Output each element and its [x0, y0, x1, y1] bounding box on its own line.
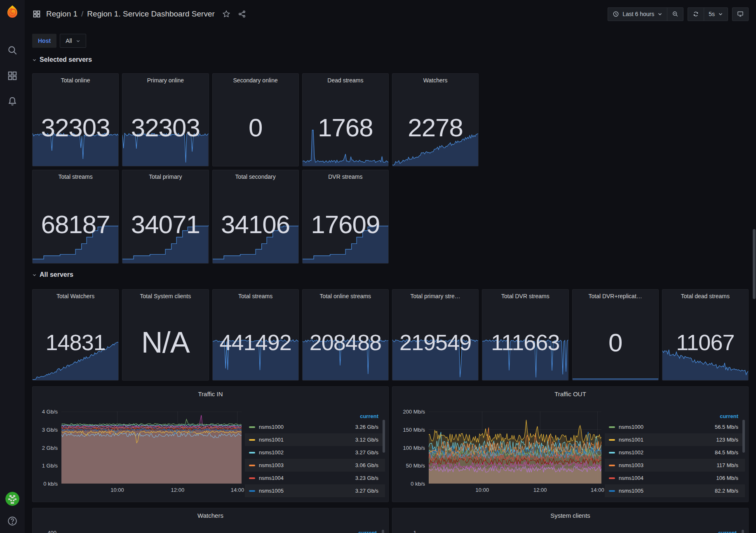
legend-scrollbar[interactable] — [383, 420, 385, 453]
kiosk-mode-button[interactable] — [733, 8, 748, 21]
panel-title[interactable]: Total streams — [33, 170, 118, 180]
traffic-out-legend: current nsms100056.5 Mb/s nsms1001123 Mb… — [605, 412, 745, 500]
stat-value: 32303 — [33, 112, 118, 142]
panel-title[interactable]: Total primary stre… — [392, 290, 478, 299]
grafana-logo-icon[interactable] — [5, 5, 20, 19]
legend-item[interactable]: nsms100056.5 Mb/s — [605, 421, 745, 433]
legend-item[interactable]: nsms10023.27 Gb/s — [245, 446, 385, 459]
series-current-value: 3.26 Gb/s — [355, 424, 378, 430]
row-toggle-selected-servers[interactable]: Selected servers — [32, 55, 749, 64]
series-color-swatch — [609, 465, 615, 466]
panel-title[interactable]: Traffic OUT — [392, 387, 748, 397]
refresh-interval-picker[interactable]: 5s — [704, 8, 728, 21]
legend-item[interactable]: nsms10053.27 Gb/s — [245, 484, 385, 497]
series-color-swatch — [249, 426, 255, 428]
share-icon[interactable] — [238, 10, 246, 18]
stat-panel-total-primary: Total primary 34071 — [122, 170, 209, 264]
legend-item[interactable]: nsms10003.26 Gb/s — [245, 421, 385, 433]
legend-item[interactable]: nsms1001123 Mb/s — [605, 433, 745, 446]
legend-item[interactable]: nsms10043.23 Gb/s — [245, 472, 385, 484]
panel-title[interactable]: Total DVR streams — [482, 290, 568, 299]
time-range-picker[interactable]: Last 6 hours — [608, 8, 667, 21]
refresh-button[interactable] — [688, 8, 704, 21]
panel-title[interactable]: Secondary online — [213, 74, 298, 84]
alerting-bell-icon[interactable] — [7, 96, 18, 107]
legend-item[interactable]: nsms1004106 Mb/s — [605, 472, 745, 484]
section-title: Selected servers — [40, 56, 92, 63]
legend-item[interactable]: nsms100284.5 Mb/s — [605, 446, 745, 459]
traffic-out-chart[interactable] — [429, 411, 601, 484]
legend-item[interactable]: nsms1003117 Mb/s — [605, 459, 745, 472]
section-title: All servers — [40, 271, 73, 278]
breadcrumb-folder[interactable]: Region 1 — [46, 9, 77, 19]
panel-title[interactable]: Dead streams — [303, 74, 388, 84]
dashboards-icon[interactable] — [7, 70, 18, 81]
panel-title[interactable]: System clients — [392, 508, 748, 519]
chevron-down-icon — [32, 58, 37, 62]
main-content: Region 1 / Region 1. Service Dashboard S… — [25, 0, 756, 533]
panel-title[interactable]: Total primary — [122, 170, 208, 180]
panel-title[interactable]: Total online streams — [303, 290, 388, 299]
stat-panel-all-total-streams: Total streams 441492 — [212, 289, 299, 381]
legend-item[interactable]: nsms10033.06 Gb/s — [245, 459, 385, 472]
bottom-charts-row: Watchers 400 current System clients 1 cu… — [32, 508, 749, 533]
series-name: nsms1000 — [259, 424, 284, 430]
legend-item[interactable]: nsms100582.2 Mb/s — [605, 484, 745, 497]
x-tick: 14:00 — [231, 487, 244, 493]
x-tick: 10:00 — [110, 487, 124, 493]
traffic-out-plot: 200 Mb/s 150 Mb/s 100 Mb/s 50 Mb/s 0 kb/… — [429, 411, 601, 484]
chevron-down-icon — [718, 12, 723, 16]
legend-column-current[interactable]: current — [358, 530, 377, 533]
series-name: nsms1000 — [619, 424, 643, 430]
help-icon[interactable] — [7, 516, 18, 526]
row-toggle-all-servers[interactable]: All servers — [32, 270, 749, 279]
series-current-value: 84.5 Mb/s — [715, 449, 738, 456]
legend-scrollbar[interactable] — [742, 530, 744, 533]
panel-title[interactable]: Watchers — [392, 74, 478, 84]
stat-panel-primary-online: Primary online 32303 — [122, 73, 209, 166]
sidebar — [0, 0, 25, 533]
user-avatar[interactable] — [5, 492, 19, 506]
stat-panel-total-dead-streams: Total dead streams 11067 — [662, 289, 749, 381]
legend-column-current[interactable]: current — [605, 412, 745, 421]
panel-title[interactable]: Total DVR+replicat… — [573, 290, 658, 299]
y-tick: 4 Gb/s — [42, 409, 58, 415]
series-name: nsms1001 — [619, 437, 643, 443]
panel-title[interactable]: Total secondary — [213, 170, 298, 180]
y-tick: 3 Gb/s — [42, 426, 58, 432]
panel-title[interactable]: Primary online — [122, 74, 208, 84]
traffic-in-chart[interactable] — [61, 411, 242, 484]
y-tick: 200 Mb/s — [403, 409, 425, 415]
panel-title[interactable]: Total Watchers — [33, 290, 118, 299]
traffic-charts-row: Traffic IN 4 Gb/s 3 Gb/s 2 Gb/s 1 Gb/s 0… — [32, 386, 749, 502]
panel-title[interactable]: Total streams — [213, 290, 298, 299]
panel-title[interactable]: Total System clients — [122, 290, 208, 299]
legend-rows: nsms10003.26 Gb/s nsms10013.12 Gb/s nsms… — [245, 421, 385, 497]
legend-column-current[interactable]: current — [245, 412, 385, 421]
breadcrumb-dashboard-title[interactable]: Region 1. Service Dashboard Server — [87, 9, 214, 19]
panel-title[interactable]: Watchers — [33, 508, 388, 519]
star-icon[interactable] — [222, 10, 230, 18]
y-tick: 50 Mb/s — [406, 463, 425, 469]
legend-scrollbar[interactable] — [742, 420, 745, 453]
stat-value: 219549 — [392, 330, 478, 355]
stat-value: 111663 — [482, 330, 568, 355]
panel-title[interactable]: Total online — [33, 74, 118, 84]
series-name: nsms1003 — [259, 462, 284, 468]
search-icon[interactable] — [7, 45, 18, 56]
x-tick: 14:00 — [591, 487, 604, 493]
series-current-value: 3.06 Gb/s — [355, 462, 378, 468]
zoom-out-button[interactable] — [667, 8, 683, 21]
legend-column-current[interactable]: current — [718, 530, 737, 533]
series-color-swatch — [609, 490, 615, 492]
page-scrollbar-thumb[interactable] — [753, 229, 756, 299]
legend-scrollbar[interactable] — [382, 530, 384, 533]
series-current-value: 106 Mb/s — [716, 475, 738, 481]
host-variable-dropdown[interactable]: All — [60, 34, 86, 48]
panel-title[interactable]: DVR streams — [303, 170, 388, 180]
stat-panel-total-dvr-replicat: Total DVR+replicat… 0 — [572, 289, 659, 381]
panel-title[interactable]: Total dead streams — [662, 290, 748, 299]
panel-title[interactable]: Traffic IN — [33, 387, 388, 397]
legend-item[interactable]: nsms10013.12 Gb/s — [245, 433, 385, 446]
dashboard-grid-icon[interactable] — [32, 9, 41, 19]
